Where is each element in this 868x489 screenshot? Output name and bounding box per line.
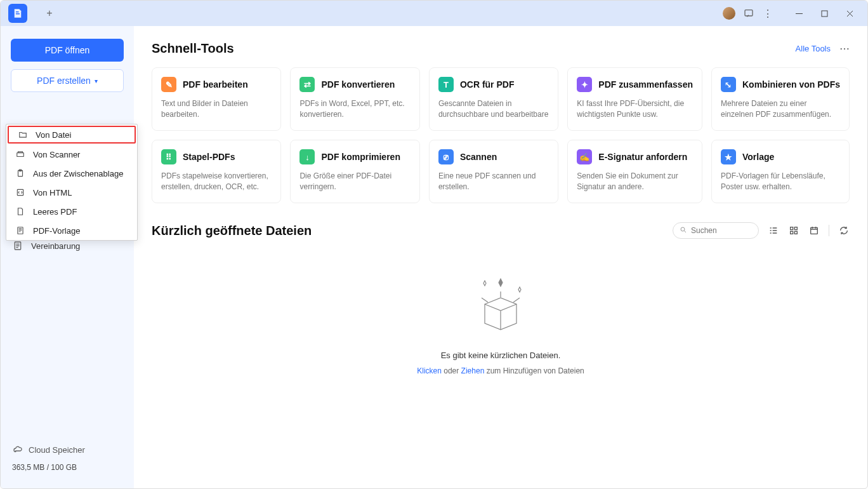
- tool-title: PDF komprimieren: [321, 152, 400, 162]
- tool-card[interactable]: ⤡ Kombinieren von PDFs Mehrere Dateien z…: [711, 67, 850, 131]
- cloud-upload-icon: [12, 444, 23, 455]
- tool-description: PDF-Vorlagen für Lebensläufe, Poster usw…: [721, 171, 840, 192]
- folder-icon: [18, 130, 28, 140]
- cloud-storage-row[interactable]: Cloud Speicher: [12, 444, 122, 455]
- tool-icon: ⎚: [438, 149, 454, 164]
- search-input-wrapper[interactable]: [673, 222, 759, 239]
- tool-description: Eine neue PDF scannen und erstellen.: [438, 171, 549, 192]
- tool-card[interactable]: ✍ E-Signatur anfordern Senden Sie ein Do…: [567, 140, 702, 203]
- sidebar: PDF öffnen PDF erstellen ▾ Von Datei Von…: [1, 26, 134, 488]
- tool-icon: ⇄: [299, 77, 315, 92]
- calendar-view-icon[interactable]: [808, 225, 820, 236]
- close-button[interactable]: [837, 4, 862, 23]
- tool-card[interactable]: ↓ PDF komprimieren Die Größe einer PDF-D…: [290, 140, 419, 203]
- tool-description: PDFs stapelweise konvertieren, erstellen…: [161, 171, 272, 192]
- tool-title: Stapel-PDFs: [183, 152, 235, 162]
- tool-card[interactable]: ⠿ Stapel-PDFs PDFs stapelweise konvertie…: [152, 140, 281, 203]
- tool-icon: ✦: [577, 77, 592, 92]
- drag-link[interactable]: Ziehen: [461, 366, 485, 375]
- tool-icon: ✎: [161, 77, 176, 92]
- html-icon: [15, 187, 25, 198]
- new-tab-button[interactable]: +: [40, 4, 59, 23]
- tool-card[interactable]: T OCR für PDF Gescannte Dateien in durch…: [429, 67, 558, 131]
- dropdown-item-from-file[interactable]: Von Datei: [8, 126, 136, 144]
- grid-view-icon[interactable]: [788, 225, 799, 236]
- tool-card[interactable]: ✎ PDF bearbeiten Text und Bilder in Date…: [152, 67, 281, 131]
- svg-rect-0: [745, 10, 753, 16]
- dropdown-item-from-scanner[interactable]: Von Scanner: [6, 145, 137, 164]
- tool-card[interactable]: ✦ PDF zusammenfassen KI fasst Ihre PDF-Ü…: [567, 67, 702, 131]
- tool-title: PDF zusammenfassen: [598, 79, 693, 90]
- dropdown-label: Leeres PDF: [33, 207, 77, 217]
- tool-icon: ⤡: [721, 77, 736, 92]
- more-icon[interactable]: ⋯: [839, 43, 850, 55]
- tool-description: Text und Bilder in Dateien bearbeiten.: [161, 98, 272, 120]
- create-pdf-label: PDF erstellen: [37, 76, 91, 86]
- tool-card[interactable]: ⇄ PDF konvertieren PDFs in Word, Excel, …: [290, 67, 419, 131]
- tool-icon: ★: [721, 149, 736, 164]
- app-logo: [8, 4, 27, 23]
- chevron-down-icon: ▾: [95, 77, 98, 84]
- dropdown-item-blank-pdf[interactable]: Leeres PDF: [6, 202, 137, 221]
- svg-rect-12: [794, 231, 797, 234]
- refresh-icon[interactable]: [838, 225, 850, 236]
- blank-page-icon: [15, 206, 25, 217]
- svg-rect-9: [791, 227, 793, 230]
- sidebar-item-label: Vereinbarung: [31, 241, 80, 251]
- storage-quota: 363,5 MB / 100 GB: [12, 463, 122, 472]
- tool-title: PDF bearbeiten: [183, 79, 248, 90]
- template-icon: [15, 225, 25, 236]
- dropdown-label: Von Scanner: [33, 150, 80, 159]
- click-link[interactable]: Klicken: [417, 366, 442, 375]
- dropdown-item-pdf-template[interactable]: PDF-Vorlage: [6, 221, 137, 240]
- create-pdf-button[interactable]: PDF erstellen ▾: [11, 69, 124, 92]
- tool-description: Senden Sie ein Dokument zur Signatur an …: [577, 171, 693, 192]
- tool-description: PDFs in Word, Excel, PPT, etc. konvertie…: [299, 98, 410, 120]
- main-content: Schnell-Tools Alle Tools ⋯ ✎ PDF bearbei…: [134, 26, 867, 488]
- quick-tools-title: Schnell-Tools: [152, 41, 234, 56]
- dropdown-label: Aus der Zwischenablage: [33, 169, 123, 178]
- dropdown-item-from-clipboard[interactable]: Aus der Zwischenablage: [6, 164, 137, 183]
- svg-rect-2: [17, 153, 24, 157]
- tool-title: Scannen: [460, 152, 497, 162]
- tool-title: OCR für PDF: [460, 79, 515, 90]
- document-icon: [12, 240, 23, 251]
- svg-rect-10: [794, 227, 797, 230]
- chat-icon[interactable]: [743, 8, 754, 19]
- maximize-button[interactable]: [812, 4, 837, 23]
- list-view-icon[interactable]: [768, 225, 779, 236]
- svg-rect-1: [822, 11, 827, 17]
- svg-rect-13: [811, 227, 818, 234]
- divider: [829, 225, 829, 236]
- tool-description: KI fasst Ihre PDF-Übersicht, die wichtig…: [577, 98, 693, 120]
- dropdown-label: Von HTML: [33, 188, 72, 198]
- tool-card[interactable]: ★ Vorlage PDF-Vorlagen für Lebensläufe, …: [711, 140, 850, 203]
- empty-box-illustration: [463, 269, 539, 339]
- tool-icon: ✍: [577, 149, 592, 164]
- clipboard-icon: [15, 168, 25, 178]
- avatar[interactable]: [723, 7, 735, 20]
- tool-icon: ⠿: [161, 149, 176, 164]
- open-pdf-button[interactable]: PDF öffnen: [11, 39, 124, 62]
- tool-icon: T: [438, 77, 454, 92]
- empty-message: Es gibt keine kürzlichen Dateien.: [441, 351, 561, 360]
- dropdown-label: Von Datei: [36, 130, 71, 140]
- scanner-icon: [15, 149, 25, 159]
- dropdown-item-from-html[interactable]: Von HTML: [6, 183, 137, 202]
- tool-card[interactable]: ⎚ Scannen Eine neue PDF scannen und erst…: [429, 140, 558, 203]
- tool-icon: ↓: [299, 149, 315, 164]
- search-input[interactable]: [691, 226, 752, 235]
- minimize-button[interactable]: [786, 4, 812, 23]
- tool-description: Die Größe einer PDF-Datei verringern.: [299, 171, 410, 192]
- tool-title: Kombinieren von PDFs: [742, 79, 840, 90]
- tool-title: E-Signatur anfordern: [598, 152, 687, 162]
- empty-state: Es gibt keine kürzlichen Dateien. Klicke…: [152, 250, 850, 375]
- svg-rect-11: [791, 231, 793, 234]
- tool-description: Gescannte Dateien in durchsuchbare und b…: [438, 98, 549, 120]
- kebab-icon[interactable]: ⋮: [762, 8, 773, 19]
- titlebar: + ⋮: [1, 1, 867, 26]
- tool-title: PDF konvertieren: [321, 79, 395, 90]
- dropdown-label: PDF-Vorlage: [33, 226, 80, 236]
- create-pdf-dropdown: Von Datei Von Scanner Aus der Zwischenab…: [6, 124, 138, 241]
- all-tools-link[interactable]: Alle Tools: [796, 44, 831, 53]
